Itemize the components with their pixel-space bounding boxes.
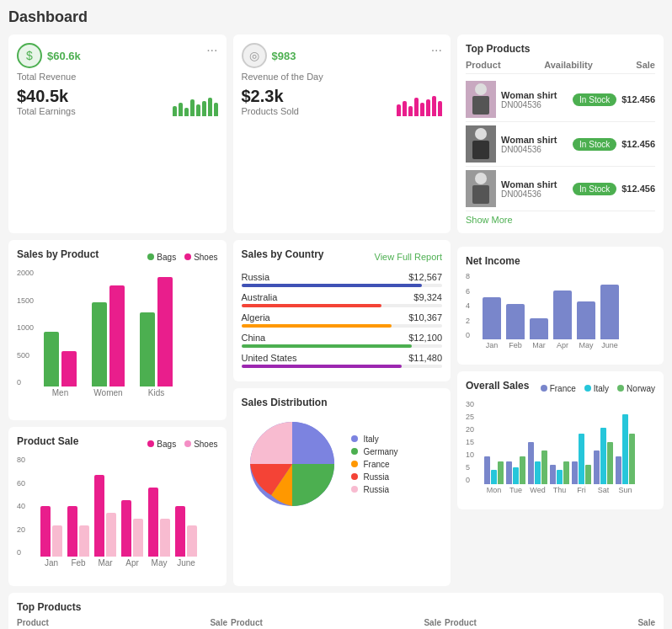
product-info-2: Woman shirt DN004536 <box>501 135 568 154</box>
availability-badge-3: In Stock <box>573 183 616 195</box>
tp-col-2: Product Sale Woman shirt DN004536$12.456… <box>231 618 441 629</box>
legend-italy: Italy <box>351 434 398 444</box>
product-sale-chart: 806040200 <box>17 456 218 578</box>
revenue-day-mini-bars <box>397 96 442 116</box>
sales-by-product-card: Sales by Product Bags Shoes 200015001000… <box>8 240 227 420</box>
tp-header-sale: Sale <box>636 60 655 70</box>
product-sale-card: Product Sale Bags Shoes 806040200 <box>8 427 227 586</box>
product-image-2 <box>466 125 496 163</box>
overall-sales-card: Overall Sales France Italy Norway 302520… <box>457 371 664 509</box>
pie-chart <box>242 413 343 514</box>
revenue-label: Total Revenue <box>17 72 218 82</box>
revenue-big: $40.5k <box>17 87 76 106</box>
sales-dist-title: Sales Distribution <box>242 397 443 408</box>
tp-col-3: Product Sale Woman shirt DN004536$12.456… <box>445 618 655 629</box>
svg-point-1 <box>475 83 487 95</box>
show-more-link-top[interactable]: Show More <box>466 215 655 225</box>
product-price-1: $12.456 <box>621 94 655 104</box>
product-price-2: $12.456 <box>621 139 655 149</box>
pie-legend: Italy Germany France Russia Russia <box>351 434 398 494</box>
view-full-report-link[interactable]: View Full Report <box>375 252 443 262</box>
product-sale-legend: Bags Shoes <box>147 440 217 449</box>
product-image-1 <box>466 81 496 118</box>
overall-sales-title: Overall Sales <box>466 380 529 392</box>
sales-by-country-card: Sales by Country View Full Report Russia… <box>233 240 451 381</box>
sales-product-chart: 2000150010005000 <box>17 269 218 412</box>
dashboard: Dashboard $ $60.6k ··· Total Revenue $40… <box>0 0 672 629</box>
table-row: Woman shirt DN004536 In Stock $12.456 <box>466 122 655 167</box>
svg-rect-2 <box>472 96 489 115</box>
product-price-3: $12.456 <box>621 184 655 194</box>
pie-chart-container: Italy Germany France Russia Russia <box>242 413 443 514</box>
country-row-china: China$12,100 <box>242 333 443 348</box>
sales-distribution-card: Sales Distribution <box>233 388 451 586</box>
svg-point-7 <box>475 173 487 184</box>
net-income-card: Net Income 86420 Jan F <box>457 247 664 365</box>
country-row-australia: Australia$9,324 <box>242 292 443 307</box>
product-image-3 <box>466 170 496 207</box>
top-products-right-title: Top Products <box>466 43 655 55</box>
revenue-day-icon: ◎ <box>242 43 267 68</box>
legend-russia-light: Russia <box>351 485 398 494</box>
tp-col-1: Product Sale Woman shirt DN004536$12.456… <box>17 618 227 629</box>
top-products-right-panel: Top Products Product Availability Sale W… <box>457 35 664 233</box>
availability-badge-1: In Stock <box>573 93 616 105</box>
revenue-big-label: Total Earnings <box>17 106 76 116</box>
revenue-day-value: $983 <box>272 50 296 62</box>
tp-header-avail: Availability <box>544 60 593 70</box>
revenue-day-label: Revenue of the Day <box>242 72 443 82</box>
revenue-day-dots[interactable]: ··· <box>431 43 442 58</box>
revenue-day-big-label: Products Sold <box>242 106 299 116</box>
country-row-algeria: Algeria$10,367 <box>242 312 443 328</box>
country-rows: Russia$12,567 Australia$9,324 Algeria$10… <box>242 272 443 368</box>
revenue-card: $ $60.6k ··· Total Revenue $40.5k Total … <box>8 35 227 233</box>
availability-badge-2: In Stock <box>573 138 616 150</box>
top-products-bottom: Top Products Product Sale Woman shirt DN… <box>8 593 664 629</box>
sales-country-title: Sales by Country <box>242 248 324 260</box>
product-info-1: Woman shirt DN004536 <box>501 90 568 109</box>
tp-header-product: Product <box>466 60 501 70</box>
net-income-chart: 86420 Jan Feb Mar Apr <box>466 272 655 356</box>
revenue-value: $60.6k <box>47 50 81 62</box>
product-sale-title: Product Sale <box>17 435 78 447</box>
top-products-bottom-title: Top Products <box>17 601 655 613</box>
svg-point-4 <box>475 128 487 140</box>
legend-russia-dark: Russia <box>351 472 398 482</box>
revenue-day-card: ◎ $983 ··· Revenue of the Day $2.3k Prod… <box>233 35 451 233</box>
revenue-dots[interactable]: ··· <box>206 43 217 58</box>
legend-germany: Germany <box>351 447 398 456</box>
svg-rect-8 <box>472 185 489 204</box>
revenue-day-big: $2.3k <box>242 87 299 106</box>
country-row-us: United States$11,480 <box>242 353 443 368</box>
page-title: Dashboard <box>8 8 664 26</box>
sales-by-product-title: Sales by Product <box>17 248 99 260</box>
revenue-mini-bars <box>173 98 218 116</box>
revenue-icon: $ <box>17 43 42 68</box>
table-row: Woman shirt DN004536 In Stock $12.456 <box>466 77 655 122</box>
net-income-title: Net Income <box>466 255 655 267</box>
overall-sales-legend: France Italy Norway <box>541 384 655 393</box>
country-row-russia: Russia$12,567 <box>242 272 443 287</box>
legend-france: France <box>351 460 398 469</box>
overall-sales-chart: 302520151050 <box>466 400 655 501</box>
product-info-3: Woman shirt DN004536 <box>501 179 568 199</box>
top-products-grid: Product Sale Woman shirt DN004536$12.456… <box>17 618 655 629</box>
table-row: Woman shirt DN004536 In Stock $12.456 <box>466 167 655 211</box>
right-column-charts: Net Income 86420 Jan F <box>457 240 664 586</box>
svg-rect-5 <box>472 141 489 159</box>
sales-product-legend: Bags Shoes <box>147 253 217 262</box>
